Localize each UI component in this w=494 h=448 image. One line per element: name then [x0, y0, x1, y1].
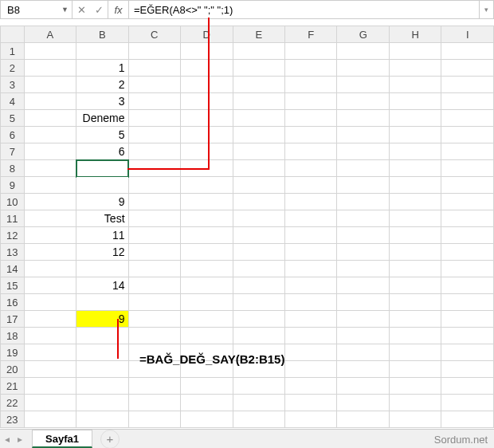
- cell[interactable]: [128, 411, 180, 428]
- cell[interactable]: [284, 294, 336, 311]
- cell[interactable]: [233, 194, 284, 210]
- cell[interactable]: [337, 395, 389, 411]
- cell[interactable]: Deneme: [76, 110, 128, 127]
- cell[interactable]: [128, 277, 180, 294]
- cell[interactable]: [337, 127, 389, 143]
- row-header[interactable]: 15: [1, 277, 25, 294]
- cell[interactable]: [128, 43, 180, 60]
- cell[interactable]: [233, 110, 284, 127]
- cell[interactable]: [441, 378, 494, 395]
- cell[interactable]: [337, 361, 389, 378]
- cell[interactable]: [284, 143, 336, 160]
- cell[interactable]: [284, 361, 336, 378]
- cell[interactable]: [441, 127, 494, 143]
- cell[interactable]: [181, 127, 233, 143]
- cell[interactable]: [337, 261, 389, 277]
- cell[interactable]: [24, 395, 76, 411]
- cell[interactable]: [337, 177, 389, 194]
- cell[interactable]: [128, 177, 180, 194]
- row-header[interactable]: 17: [1, 311, 25, 328]
- cell[interactable]: [441, 311, 494, 328]
- cell[interactable]: [76, 177, 128, 194]
- cell[interactable]: [337, 143, 389, 160]
- expand-icon[interactable]: ▾: [479, 1, 493, 18]
- cell[interactable]: [24, 227, 76, 244]
- cell[interactable]: [337, 311, 389, 328]
- cell[interactable]: [181, 110, 233, 127]
- cell[interactable]: [181, 160, 233, 177]
- cell[interactable]: [128, 194, 180, 210]
- cell[interactable]: [128, 77, 180, 93]
- cell[interactable]: [389, 395, 441, 411]
- cell[interactable]: [284, 177, 336, 194]
- col-header-B[interactable]: B: [76, 26, 128, 43]
- spreadsheet-grid[interactable]: A B C D E F G H I 1 21 32 43 5Deneme 65 …: [0, 26, 494, 428]
- cell[interactable]: [181, 261, 233, 277]
- cell[interactable]: [181, 177, 233, 194]
- row-header[interactable]: 10: [1, 194, 25, 210]
- cell[interactable]: [233, 261, 284, 277]
- nav-prev-icon[interactable]: ▸: [18, 434, 22, 445]
- cell[interactable]: [389, 411, 441, 428]
- cell[interactable]: [233, 127, 284, 143]
- cell[interactable]: [128, 227, 180, 244]
- row-header[interactable]: 5: [1, 110, 25, 127]
- cell[interactable]: [24, 177, 76, 194]
- cell[interactable]: [284, 395, 336, 411]
- cell[interactable]: [233, 311, 284, 328]
- cell[interactable]: [284, 378, 336, 395]
- cell[interactable]: [181, 244, 233, 261]
- cell[interactable]: [24, 143, 76, 160]
- cell[interactable]: [441, 60, 494, 77]
- cell[interactable]: [24, 43, 76, 60]
- cell[interactable]: [24, 93, 76, 110]
- cell[interactable]: [389, 328, 441, 344]
- cell[interactable]: [337, 110, 389, 127]
- col-header-D[interactable]: D: [181, 26, 233, 43]
- cell[interactable]: [24, 210, 76, 227]
- cell[interactable]: [233, 160, 284, 177]
- cell[interactable]: [76, 43, 128, 60]
- cell[interactable]: [389, 294, 441, 311]
- cell[interactable]: [389, 261, 441, 277]
- cell-result[interactable]: 9: [76, 311, 128, 328]
- cell[interactable]: [24, 60, 76, 77]
- cell[interactable]: [128, 294, 180, 311]
- cell[interactable]: [24, 261, 76, 277]
- cell[interactable]: [284, 411, 336, 428]
- cell[interactable]: [181, 93, 233, 110]
- cell[interactable]: [337, 244, 389, 261]
- col-header-C[interactable]: C: [128, 26, 180, 43]
- formula-input[interactable]: =EĞER(A8<>" ";" ";1): [129, 1, 479, 18]
- cell[interactable]: [337, 77, 389, 93]
- cell[interactable]: [181, 294, 233, 311]
- row-header[interactable]: 6: [1, 127, 25, 143]
- cell[interactable]: [284, 93, 336, 110]
- cell[interactable]: [76, 378, 128, 395]
- cell[interactable]: [24, 277, 76, 294]
- cell[interactable]: [441, 143, 494, 160]
- cell[interactable]: [128, 210, 180, 227]
- cell[interactable]: [128, 395, 180, 411]
- cell[interactable]: [337, 294, 389, 311]
- cell[interactable]: [128, 127, 180, 143]
- cell[interactable]: [181, 311, 233, 328]
- cell[interactable]: [337, 160, 389, 177]
- cell[interactable]: [441, 177, 494, 194]
- row-header[interactable]: 13: [1, 244, 25, 261]
- col-header-I[interactable]: I: [441, 26, 494, 43]
- cell[interactable]: [24, 244, 76, 261]
- cell[interactable]: [284, 311, 336, 328]
- cell[interactable]: [441, 210, 494, 227]
- cell[interactable]: [233, 277, 284, 294]
- cell[interactable]: [389, 244, 441, 261]
- cell[interactable]: [389, 361, 441, 378]
- row-header[interactable]: 21: [1, 378, 25, 395]
- col-header-G[interactable]: G: [337, 26, 389, 43]
- cell[interactable]: [284, 328, 336, 344]
- cell[interactable]: [337, 93, 389, 110]
- row-header[interactable]: 12: [1, 227, 25, 244]
- cell[interactable]: [389, 344, 441, 361]
- nav-first-icon[interactable]: ◂: [5, 434, 10, 445]
- cell[interactable]: [441, 411, 494, 428]
